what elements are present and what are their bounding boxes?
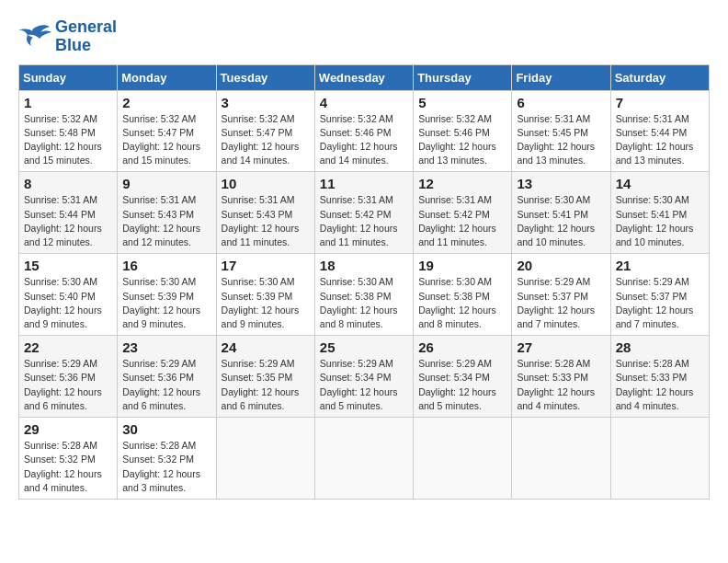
day-info: Sunrise: 5:29 AMSunset: 5:36 PMDaylight:… [24, 357, 112, 413]
day-number: 20 [517, 258, 605, 273]
day-info: Sunrise: 5:29 AMSunset: 5:37 PMDaylight:… [616, 275, 704, 331]
calendar-cell: 9 Sunrise: 5:31 AMSunset: 5:43 PMDayligh… [118, 172, 216, 254]
weekday-header-tuesday: Tuesday [216, 64, 314, 90]
calendar-cell: 2 Sunrise: 5:32 AMSunset: 5:47 PMDayligh… [118, 90, 216, 172]
day-number: 28 [616, 339, 704, 355]
day-number: 2 [122, 95, 210, 110]
calendar-table: SundayMondayTuesdayWednesdayThursdayFrid… [18, 64, 710, 500]
calendar-cell: 21 Sunrise: 5:29 AMSunset: 5:37 PMDaylig… [610, 254, 709, 336]
day-number: 13 [517, 176, 605, 191]
day-info: Sunrise: 5:28 AMSunset: 5:32 PMDaylight:… [122, 439, 210, 495]
day-info: Sunrise: 5:31 AMSunset: 5:44 PMDaylight:… [616, 112, 704, 168]
calendar-cell [314, 418, 413, 500]
calendar-cell: 20 Sunrise: 5:29 AMSunset: 5:37 PMDaylig… [512, 254, 610, 336]
day-info: Sunrise: 5:28 AMSunset: 5:33 PMDaylight:… [517, 357, 605, 413]
calendar-cell [512, 418, 610, 500]
calendar-cell: 8 Sunrise: 5:31 AMSunset: 5:44 PMDayligh… [19, 172, 118, 254]
day-number: 15 [24, 258, 112, 273]
day-number: 12 [418, 176, 506, 191]
calendar-cell: 10 Sunrise: 5:31 AMSunset: 5:43 PMDaylig… [216, 172, 314, 254]
day-number: 7 [616, 95, 704, 110]
weekday-header-saturday: Saturday [610, 64, 709, 90]
calendar-week-5: 29 Sunrise: 5:28 AMSunset: 5:32 PMDaylig… [19, 418, 710, 500]
calendar-cell: 22 Sunrise: 5:29 AMSunset: 5:36 PMDaylig… [19, 336, 118, 418]
calendar-cell: 15 Sunrise: 5:30 AMSunset: 5:40 PMDaylig… [19, 254, 118, 336]
day-info: Sunrise: 5:29 AMSunset: 5:37 PMDaylight:… [517, 275, 605, 331]
logo: GeneralBlue [18, 18, 117, 55]
day-info: Sunrise: 5:30 AMSunset: 5:39 PMDaylight:… [122, 275, 210, 331]
day-number: 27 [517, 339, 605, 355]
calendar-cell: 3 Sunrise: 5:32 AMSunset: 5:47 PMDayligh… [216, 90, 314, 172]
calendar-cell: 17 Sunrise: 5:30 AMSunset: 5:39 PMDaylig… [216, 254, 314, 336]
day-number: 24 [222, 339, 310, 355]
day-number: 22 [24, 339, 112, 355]
weekday-header-monday: Monday [118, 64, 216, 90]
calendar-week-4: 22 Sunrise: 5:29 AMSunset: 5:36 PMDaylig… [19, 336, 710, 418]
day-number: 16 [122, 258, 210, 273]
day-info: Sunrise: 5:31 AMSunset: 5:44 PMDaylight:… [24, 193, 112, 249]
day-number: 5 [418, 95, 506, 110]
calendar-cell: 1 Sunrise: 5:32 AMSunset: 5:48 PMDayligh… [19, 90, 118, 172]
calendar-cell: 12 Sunrise: 5:31 AMSunset: 5:42 PMDaylig… [414, 172, 512, 254]
calendar-cell: 4 Sunrise: 5:32 AMSunset: 5:46 PMDayligh… [314, 90, 413, 172]
day-number: 11 [320, 176, 408, 191]
calendar-cell [610, 418, 709, 500]
logo-text: GeneralBlue [55, 18, 117, 55]
day-number: 30 [122, 421, 210, 437]
calendar-cell: 13 Sunrise: 5:30 AMSunset: 5:41 PMDaylig… [512, 172, 610, 254]
calendar-cell [216, 418, 314, 500]
day-info: Sunrise: 5:29 AMSunset: 5:34 PMDaylight:… [320, 357, 408, 413]
calendar-cell: 19 Sunrise: 5:30 AMSunset: 5:38 PMDaylig… [414, 254, 512, 336]
calendar-body: 1 Sunrise: 5:32 AMSunset: 5:48 PMDayligh… [19, 90, 710, 499]
day-info: Sunrise: 5:32 AMSunset: 5:47 PMDaylight:… [222, 112, 310, 168]
calendar-week-3: 15 Sunrise: 5:30 AMSunset: 5:40 PMDaylig… [19, 254, 710, 336]
day-number: 19 [418, 258, 506, 273]
day-info: Sunrise: 5:31 AMSunset: 5:45 PMDaylight:… [517, 112, 605, 168]
day-number: 4 [320, 95, 408, 110]
day-info: Sunrise: 5:30 AMSunset: 5:38 PMDaylight:… [320, 275, 408, 331]
logo-icon [18, 23, 51, 51]
day-number: 21 [616, 258, 704, 273]
day-info: Sunrise: 5:29 AMSunset: 5:35 PMDaylight:… [222, 357, 310, 413]
day-number: 1 [24, 95, 112, 110]
weekday-header-wednesday: Wednesday [314, 64, 413, 90]
day-number: 26 [418, 339, 506, 355]
calendar-cell: 14 Sunrise: 5:30 AMSunset: 5:41 PMDaylig… [610, 172, 709, 254]
day-info: Sunrise: 5:30 AMSunset: 5:39 PMDaylight:… [222, 275, 310, 331]
day-info: Sunrise: 5:30 AMSunset: 5:38 PMDaylight:… [418, 275, 506, 331]
calendar-cell: 28 Sunrise: 5:28 AMSunset: 5:33 PMDaylig… [610, 336, 709, 418]
day-info: Sunrise: 5:32 AMSunset: 5:46 PMDaylight:… [418, 112, 506, 168]
page-header: GeneralBlue [18, 18, 710, 55]
day-info: Sunrise: 5:28 AMSunset: 5:32 PMDaylight:… [24, 439, 112, 495]
day-info: Sunrise: 5:30 AMSunset: 5:41 PMDaylight:… [616, 193, 704, 249]
calendar-cell: 5 Sunrise: 5:32 AMSunset: 5:46 PMDayligh… [414, 90, 512, 172]
day-number: 14 [616, 176, 704, 191]
day-info: Sunrise: 5:31 AMSunset: 5:42 PMDaylight:… [418, 193, 506, 249]
calendar-cell: 26 Sunrise: 5:29 AMSunset: 5:34 PMDaylig… [414, 336, 512, 418]
calendar-cell: 11 Sunrise: 5:31 AMSunset: 5:42 PMDaylig… [314, 172, 413, 254]
day-info: Sunrise: 5:32 AMSunset: 5:47 PMDaylight:… [122, 112, 210, 168]
day-info: Sunrise: 5:31 AMSunset: 5:42 PMDaylight:… [320, 193, 408, 249]
calendar-cell: 6 Sunrise: 5:31 AMSunset: 5:45 PMDayligh… [512, 90, 610, 172]
day-number: 29 [24, 421, 112, 437]
calendar-cell [414, 418, 512, 500]
calendar-week-1: 1 Sunrise: 5:32 AMSunset: 5:48 PMDayligh… [19, 90, 710, 172]
day-info: Sunrise: 5:32 AMSunset: 5:48 PMDaylight:… [24, 112, 112, 168]
day-number: 8 [24, 176, 112, 191]
weekday-header-row: SundayMondayTuesdayWednesdayThursdayFrid… [19, 64, 710, 90]
calendar-cell: 23 Sunrise: 5:29 AMSunset: 5:36 PMDaylig… [118, 336, 216, 418]
day-info: Sunrise: 5:28 AMSunset: 5:33 PMDaylight:… [616, 357, 704, 413]
day-info: Sunrise: 5:29 AMSunset: 5:36 PMDaylight:… [122, 357, 210, 413]
day-number: 25 [320, 339, 408, 355]
day-number: 10 [222, 176, 310, 191]
day-info: Sunrise: 5:30 AMSunset: 5:40 PMDaylight:… [24, 275, 112, 331]
day-number: 17 [222, 258, 310, 273]
day-info: Sunrise: 5:31 AMSunset: 5:43 PMDaylight:… [222, 193, 310, 249]
day-number: 23 [122, 339, 210, 355]
calendar-cell: 16 Sunrise: 5:30 AMSunset: 5:39 PMDaylig… [118, 254, 216, 336]
calendar-cell: 27 Sunrise: 5:28 AMSunset: 5:33 PMDaylig… [512, 336, 610, 418]
calendar-cell: 24 Sunrise: 5:29 AMSunset: 5:35 PMDaylig… [216, 336, 314, 418]
calendar-cell: 18 Sunrise: 5:30 AMSunset: 5:38 PMDaylig… [314, 254, 413, 336]
day-info: Sunrise: 5:29 AMSunset: 5:34 PMDaylight:… [418, 357, 506, 413]
calendar-cell: 25 Sunrise: 5:29 AMSunset: 5:34 PMDaylig… [314, 336, 413, 418]
